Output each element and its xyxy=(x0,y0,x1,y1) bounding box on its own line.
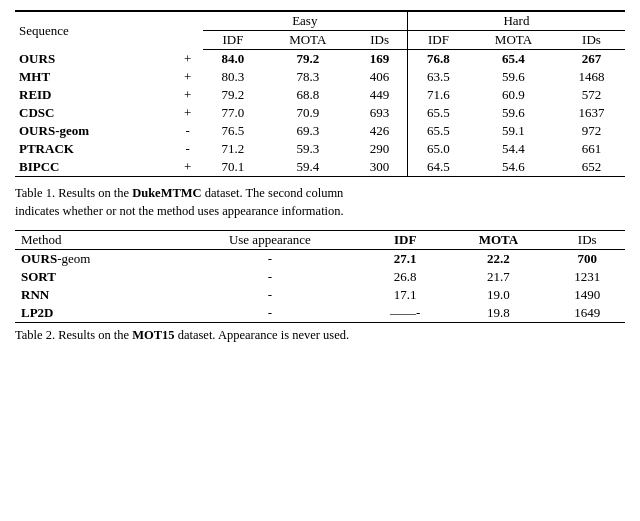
mota-cell: 22.2 xyxy=(447,250,549,269)
app-cell: - xyxy=(177,286,364,304)
col-app-header xyxy=(172,11,202,50)
value-cell: 300 xyxy=(352,158,407,177)
caption2-1-text: Table 2. Results on the xyxy=(15,328,132,342)
value-cell: 65.5 xyxy=(407,122,469,140)
col-hard-ids-header: IDs xyxy=(558,31,625,50)
app-cell: - xyxy=(177,304,364,323)
method-cell: SORT xyxy=(15,268,177,286)
method-cell: OURS-geom xyxy=(15,122,172,140)
value-cell: 68.8 xyxy=(263,86,352,104)
col-easy-header: Easy xyxy=(203,11,408,31)
table-row: OURS+84.079.216976.865.4267 xyxy=(15,50,625,69)
method-cell: REID xyxy=(15,86,172,104)
table2-mota-header: MOTA xyxy=(447,231,549,250)
table-row: SORT-26.821.71231 xyxy=(15,268,625,286)
value-cell: 76.5 xyxy=(203,122,264,140)
method-cell: BIPCC xyxy=(15,158,172,177)
value-cell: 406 xyxy=(352,68,407,86)
value-cell: 652 xyxy=(558,158,625,177)
caption2-1-rest: dataset. Appearance is never used. xyxy=(175,328,350,342)
value-cell: 661 xyxy=(558,140,625,158)
caption1-bold: DukeMTMC xyxy=(132,186,201,200)
value-cell: 76.8 xyxy=(407,50,469,69)
table-row: OURS-geom-76.569.342665.559.1972 xyxy=(15,122,625,140)
app-cell: - xyxy=(172,122,202,140)
value-cell: 693 xyxy=(352,104,407,122)
method-cell: MHT xyxy=(15,68,172,86)
value-cell: 71.6 xyxy=(407,86,469,104)
ids-cell: 1490 xyxy=(550,286,625,304)
value-cell: 1468 xyxy=(558,68,625,86)
method-cell: PTRACK xyxy=(15,140,172,158)
app-cell: + xyxy=(172,86,202,104)
method-cell: OURS xyxy=(15,50,172,69)
value-cell: 59.1 xyxy=(469,122,558,140)
table-row: LP2D-——-19.81649 xyxy=(15,304,625,323)
table1-header-row1: Sequence Easy Hard xyxy=(15,11,625,31)
col-hard-idf-header: IDF xyxy=(407,31,469,50)
col-hard-header: Hard xyxy=(407,11,625,31)
app-cell: - xyxy=(177,250,364,269)
ids-cell: 1649 xyxy=(550,304,625,323)
value-cell: 84.0 xyxy=(203,50,264,69)
app-cell: + xyxy=(172,50,202,69)
value-cell: 78.3 xyxy=(263,68,352,86)
value-cell: 449 xyxy=(352,86,407,104)
idf-cell: 26.8 xyxy=(363,268,447,286)
caption2-1-bold: MOT15 xyxy=(132,328,174,342)
value-cell: 60.9 xyxy=(469,86,558,104)
table-row: PTRACK-71.259.329065.054.4661 xyxy=(15,140,625,158)
table-row: BIPCC+70.159.430064.554.6652 xyxy=(15,158,625,177)
mota-cell: 19.8 xyxy=(447,304,549,323)
ids-cell: 1231 xyxy=(550,268,625,286)
table-row: MHT+80.378.340663.559.61468 xyxy=(15,68,625,86)
col-easy-mota-header: MOTA xyxy=(263,31,352,50)
value-cell: 59.3 xyxy=(263,140,352,158)
value-cell: 572 xyxy=(558,86,625,104)
table1-caption: Table 1. Results on the DukeMTMC dataset… xyxy=(15,185,625,220)
value-cell: 64.5 xyxy=(407,158,469,177)
value-cell: 69.3 xyxy=(263,122,352,140)
value-cell: 426 xyxy=(352,122,407,140)
value-cell: 70.1 xyxy=(203,158,264,177)
table-row: REID+79.268.844971.660.9572 xyxy=(15,86,625,104)
caption2-text: indicates whether or not the method uses… xyxy=(15,204,344,218)
table-row: RNN-17.119.01490 xyxy=(15,286,625,304)
value-cell: 169 xyxy=(352,50,407,69)
value-cell: 54.6 xyxy=(469,158,558,177)
table2-header-row: Method Use appearance IDF MOTA IDs xyxy=(15,231,625,250)
value-cell: 70.9 xyxy=(263,104,352,122)
table2-caption: Table 2. Results on the MOT15 dataset. A… xyxy=(15,327,625,345)
app-cell: - xyxy=(177,268,364,286)
value-cell: 79.2 xyxy=(203,86,264,104)
value-cell: 59.6 xyxy=(469,104,558,122)
value-cell: 63.5 xyxy=(407,68,469,86)
value-cell: 77.0 xyxy=(203,104,264,122)
value-cell: 71.2 xyxy=(203,140,264,158)
value-cell: 65.4 xyxy=(469,50,558,69)
caption1-text: Table 1. Results on the xyxy=(15,186,132,200)
value-cell: 79.2 xyxy=(263,50,352,69)
value-cell: 59.6 xyxy=(469,68,558,86)
idf-cell: ——- xyxy=(363,304,447,323)
value-cell: 65.0 xyxy=(407,140,469,158)
col-easy-idf-header: IDF xyxy=(203,31,264,50)
value-cell: 290 xyxy=(352,140,407,158)
method-cell: OURS-geom xyxy=(15,250,177,269)
table2-container: Method Use appearance IDF MOTA IDs OURS-… xyxy=(15,230,625,323)
app-cell: + xyxy=(172,68,202,86)
value-cell: 267 xyxy=(558,50,625,69)
mota-cell: 19.0 xyxy=(447,286,549,304)
method-cell: CDSC xyxy=(15,104,172,122)
table2-app-header: Use appearance xyxy=(177,231,364,250)
ids-cell: 700 xyxy=(550,250,625,269)
col-easy-ids-header: IDs xyxy=(352,31,407,50)
app-cell: - xyxy=(172,140,202,158)
table2-ids-header: IDs xyxy=(550,231,625,250)
table-row: OURS-geom-27.122.2700 xyxy=(15,250,625,269)
value-cell: 65.5 xyxy=(407,104,469,122)
table1: Sequence Easy Hard IDF MOTA IDs IDF MOTA… xyxy=(15,10,625,177)
value-cell: 1637 xyxy=(558,104,625,122)
value-cell: 59.4 xyxy=(263,158,352,177)
value-cell: 972 xyxy=(558,122,625,140)
